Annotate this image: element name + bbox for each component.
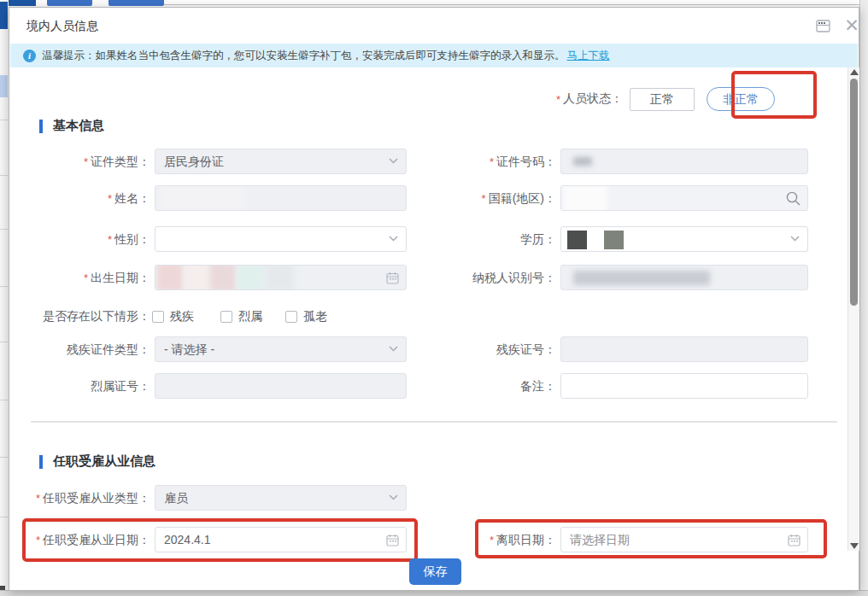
situation-elderly: 孤老 xyxy=(285,309,327,324)
taxpayer-id-input[interactable] xyxy=(560,265,808,290)
personnel-info-dialog: 境内人员信息 ✕ i 温馨提示：如果姓名当中包含生僻字的，您可以安装生僻字补丁包… xyxy=(9,7,859,591)
scroll-down-arrow-icon[interactable] xyxy=(850,543,859,549)
taxpayer-id-row: 纳税人识别号： xyxy=(308,265,808,290)
redacted-value xyxy=(210,265,236,290)
leave-date-row: *离职日期： 请选择日期 xyxy=(308,527,808,552)
section-bar xyxy=(39,455,43,469)
employment-type-select[interactable]: 雇员 xyxy=(155,485,407,511)
save-button[interactable]: 保存 xyxy=(409,558,461,585)
redacted-value xyxy=(604,231,624,249)
required-mark: * xyxy=(556,93,560,106)
section-basic-info: 基本信息 xyxy=(39,118,104,134)
background-divider xyxy=(164,4,868,5)
nationality-label: 国籍(地区)： xyxy=(489,191,556,205)
disability-cert-type-label: 残疾证件类型： xyxy=(67,342,150,356)
background-page-top xyxy=(0,0,868,7)
background-button-fragment xyxy=(47,0,92,6)
checkbox-disabled[interactable] xyxy=(152,311,164,323)
remark-label: 备注： xyxy=(520,379,556,393)
situations-label: 是否存在以下情形： xyxy=(43,309,150,323)
redacted-value xyxy=(573,271,710,285)
tip-text: 温馨提示：如果姓名当中包含生僻字的，您可以安装生僻字补丁包，安装完成后即可支持生… xyxy=(42,49,566,63)
background-page-right xyxy=(859,0,868,596)
nationality-row: *国籍(地区)： xyxy=(308,185,808,211)
scroll-up-arrow-icon[interactable] xyxy=(850,69,859,75)
calendar-icon[interactable] xyxy=(788,534,801,546)
background-page-left xyxy=(0,0,9,596)
disability-cert-no-row: 残疾证号： xyxy=(308,336,808,362)
tip-banner: i 温馨提示：如果姓名当中包含生僻字的，您可以安装生僻字补丁包，安装完成后即可支… xyxy=(10,44,858,67)
redacted-value xyxy=(238,265,263,290)
background-button-fragment xyxy=(9,0,36,6)
employment-type-label: 任职受雇从业类型： xyxy=(43,491,150,505)
redacted-value xyxy=(159,185,244,211)
redacted-value xyxy=(567,231,587,249)
checkbox-martyr[interactable] xyxy=(220,311,232,323)
section-bar xyxy=(39,120,43,133)
scrollbar-thumb[interactable] xyxy=(850,79,858,306)
education-select[interactable] xyxy=(560,226,808,252)
cert-no-label: 证件号码： xyxy=(496,155,556,168)
chevron-down-icon xyxy=(389,494,398,500)
employment-date-label: 任职受雇从业日期： xyxy=(43,533,150,546)
chevron-down-icon xyxy=(790,236,800,242)
section-employment-info: 任职受雇从业信息 xyxy=(39,453,155,470)
employment-type-row: *任职受雇从业类型： 雇员 xyxy=(26,485,407,511)
remark-input[interactable] xyxy=(560,373,808,399)
person-status-row: * 人员状态： 正常 非正常 xyxy=(556,86,775,112)
redacted-value xyxy=(573,157,592,166)
redacted-value xyxy=(185,265,208,290)
background-page-bottom xyxy=(0,590,868,596)
taxpayer-id-label: 纳税人识别号： xyxy=(472,271,556,284)
info-icon: i xyxy=(23,50,36,62)
background-sidebar-fragment xyxy=(0,75,8,97)
window-icon[interactable] xyxy=(816,20,830,32)
nationality-input[interactable] xyxy=(560,185,808,211)
redacted-value xyxy=(265,265,294,290)
background-button-fragment xyxy=(108,0,164,6)
situation-disabled: 残疾 xyxy=(152,309,194,324)
martyr-cert-no-label: 烈属证号： xyxy=(91,379,150,393)
leave-date-input[interactable]: 请选择日期 xyxy=(560,527,808,552)
status-abnormal-button[interactable]: 非正常 xyxy=(707,87,775,111)
leave-date-label: 离职日期： xyxy=(496,533,556,546)
background-sidebar-fragment xyxy=(0,2,8,29)
redacted-value xyxy=(157,265,183,290)
status-normal-button[interactable]: 正常 xyxy=(630,88,695,111)
dialog-title: 境内人员信息 xyxy=(26,19,98,34)
birth-date-label: 出生日期： xyxy=(91,271,150,284)
situation-martyr: 烈属 xyxy=(220,309,262,324)
education-row: 学历： xyxy=(308,226,808,252)
remark-row: 备注： xyxy=(308,373,808,399)
section-divider xyxy=(31,421,837,423)
redacted-value xyxy=(563,185,607,211)
vertical-scrollbar[interactable] xyxy=(847,67,859,551)
close-icon[interactable]: ✕ xyxy=(843,15,860,37)
education-label: 学历： xyxy=(520,232,556,246)
checkbox-elderly[interactable] xyxy=(285,311,297,323)
disability-cert-no-label: 残疾证号： xyxy=(496,342,556,356)
gender-label: 性别： xyxy=(114,232,150,246)
cert-type-label: 证件类型： xyxy=(91,155,150,168)
situations-row: 是否存在以下情形： xyxy=(26,303,407,329)
person-status-label: 人员状态： xyxy=(563,91,623,107)
search-icon[interactable] xyxy=(785,190,801,207)
download-link[interactable]: 马上下载 xyxy=(567,49,610,63)
cert-no-input[interactable] xyxy=(560,149,808,174)
disability-cert-no-input[interactable] xyxy=(560,336,808,362)
name-label: 姓名： xyxy=(114,191,150,205)
cert-no-row: *证件号码： xyxy=(308,149,808,174)
